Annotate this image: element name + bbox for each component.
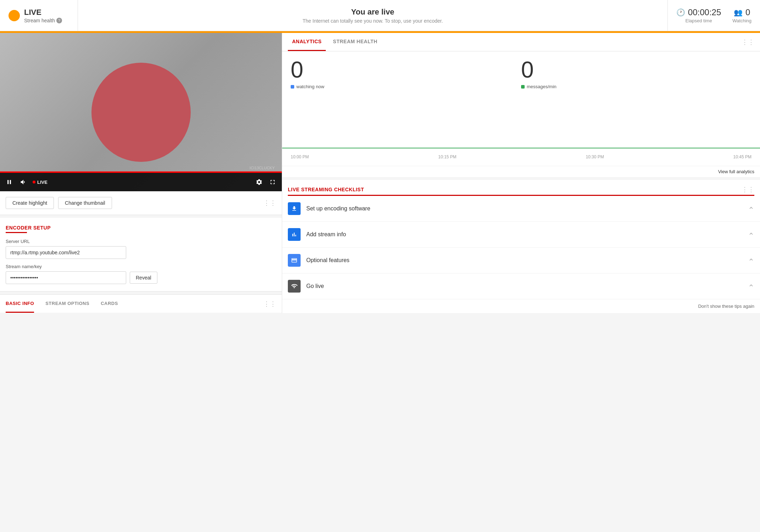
- view-full-analytics[interactable]: View full analytics: [282, 166, 760, 177]
- header-timer-section: 🕐 00:00:25 Elapsed time 👥 0 Watching: [667, 0, 760, 31]
- bottom-tabs: BASIC INFO STREAM OPTIONS CARDS ⋮⋮: [0, 294, 282, 313]
- checklist-title: LIVE STREAMING CHECKLIST: [288, 187, 364, 192]
- server-url-input[interactable]: [6, 246, 126, 259]
- stream-health-text: Stream health: [24, 18, 55, 23]
- tab-stream-options[interactable]: STREAM OPTIONS: [45, 295, 89, 313]
- volume-button[interactable]: [18, 177, 28, 187]
- metric2-legend: messages/min: [521, 84, 751, 89]
- server-url-label: Server URL: [6, 239, 276, 244]
- watching-top: 👥 0: [734, 7, 750, 17]
- optional-icon: [288, 254, 301, 267]
- x-label-2: 10:15 PM: [438, 154, 456, 159]
- watching-value: 0: [745, 7, 750, 17]
- green-legend-dot: [521, 85, 525, 89]
- video-player: ICI13CLUCKY LIVE: [0, 33, 282, 191]
- video-controls: LIVE: [0, 173, 282, 191]
- encoder-title: ENCODER SETUP: [6, 225, 276, 231]
- checklist-grid-icon: ⋮⋮: [742, 186, 754, 193]
- live-text-group: LIVE Stream health ?: [24, 8, 62, 23]
- encoder-section: ENCODER SETUP Server URL Stream name/key…: [0, 218, 282, 292]
- stream-key-input[interactable]: [6, 271, 126, 284]
- live-label: LIVE: [24, 8, 62, 17]
- fullscreen-button[interactable]: [268, 177, 278, 187]
- x-label-4: 10:45 PM: [733, 154, 751, 159]
- tab-analytics[interactable]: ANALYTICS: [288, 33, 326, 51]
- checklist-item-go-live[interactable]: Go live: [282, 273, 760, 299]
- checklist-item-stream-info[interactable]: Add stream info: [282, 222, 760, 248]
- watching-label: Watching: [732, 18, 751, 23]
- live-red-dot: [33, 181, 35, 183]
- timer-value: 00:00:25: [688, 7, 721, 17]
- reveal-button[interactable]: Reveal: [130, 272, 157, 284]
- pause-button[interactable]: [4, 177, 14, 187]
- live-badge: LIVE: [33, 180, 48, 185]
- top-header: LIVE Stream health ? You are live The In…: [0, 0, 760, 31]
- dont-show-tips[interactable]: Don't show these tips again: [282, 299, 760, 313]
- analytics-chart: 10:00 PM 10:15 PM 10:30 PM 10:45 PM: [282, 95, 760, 166]
- encoding-expand-icon[interactable]: [748, 205, 754, 213]
- live-badge-text: LIVE: [37, 180, 48, 185]
- watermark: ICI13CLUCKY: [250, 166, 275, 170]
- optional-expand-icon[interactable]: [748, 256, 754, 265]
- stream-health-label: Stream health ?: [24, 18, 62, 23]
- tab-cards[interactable]: CARDS: [101, 295, 118, 313]
- checklist-item-encoding[interactable]: Set up encoding software: [282, 196, 760, 222]
- timer-top: 🕐 00:00:25: [676, 7, 721, 17]
- checklist-label-optional: Optional features: [306, 257, 748, 264]
- metric2-value: 0: [521, 58, 751, 81]
- create-highlight-button[interactable]: Create highlight: [6, 197, 54, 209]
- go-live-icon: [288, 280, 301, 293]
- watermark-text: ICI13CLUCKY: [250, 166, 275, 170]
- stream-info-expand-icon[interactable]: [748, 231, 754, 239]
- tabs-grid-icon: ⋮⋮: [263, 300, 276, 308]
- action-buttons: Create highlight Change thumbnail ⋮⋮: [0, 191, 282, 215]
- analytics-grid-icon: ⋮⋮: [742, 38, 754, 46]
- tab-stream-health[interactable]: STREAM HEALTH: [329, 33, 381, 51]
- checklist-label-stream-info: Add stream info: [306, 231, 748, 238]
- main-layout: ICI13CLUCKY LIVE: [0, 33, 760, 313]
- tab-basic-info[interactable]: BASIC INFO: [6, 295, 34, 313]
- action-grid-icon: ⋮⋮: [263, 199, 276, 207]
- timer-block: 🕐 00:00:25 Elapsed time: [676, 7, 721, 23]
- metric-watching: 0 watching now: [291, 58, 521, 89]
- people-icon: 👥: [734, 8, 743, 17]
- chart-svg: [282, 95, 760, 152]
- stream-key-label: Stream name/key: [6, 264, 276, 269]
- chart-x-labels: 10:00 PM 10:15 PM 10:30 PM 10:45 PM: [282, 153, 760, 161]
- checklist-label-encoding: Set up encoding software: [306, 205, 748, 212]
- checklist-item-optional[interactable]: Optional features: [282, 248, 760, 273]
- stream-info-icon: [288, 228, 301, 241]
- video-thumbnail: ICI13CLUCKY: [0, 33, 282, 191]
- go-live-expand-icon[interactable]: [748, 282, 754, 290]
- header-center: You are live The Internet can totally se…: [78, 7, 667, 24]
- change-thumbnail-button[interactable]: Change thumbnail: [58, 197, 112, 209]
- you-are-live-title: You are live: [351, 7, 394, 17]
- metric2-legend-text: messages/min: [527, 84, 557, 89]
- analytics-section: ANALYTICS STREAM HEALTH ⋮⋮ 0 watching no…: [282, 33, 760, 177]
- live-section: LIVE Stream health ?: [0, 0, 78, 31]
- checklist-header: LIVE STREAMING CHECKLIST ⋮⋮: [282, 180, 760, 193]
- left-panel: ICI13CLUCKY LIVE: [0, 33, 282, 313]
- x-label-1: 10:00 PM: [291, 154, 309, 159]
- help-icon[interactable]: ?: [56, 18, 62, 23]
- encoding-icon: [288, 202, 301, 215]
- metric1-value: 0: [291, 58, 521, 81]
- blue-legend-dot: [291, 85, 294, 89]
- live-dot: [9, 10, 20, 21]
- x-label-3: 10:30 PM: [586, 154, 604, 159]
- metric1-legend-text: watching now: [296, 84, 324, 89]
- metric1-legend: watching now: [291, 84, 521, 89]
- settings-button[interactable]: [254, 177, 264, 187]
- metric-messages: 0 messages/min: [521, 58, 751, 89]
- analytics-tabs: ANALYTICS STREAM HEALTH ⋮⋮: [282, 33, 760, 51]
- header-subtitle: The Internet can totally see you now. To…: [302, 18, 443, 24]
- flag-circle: [91, 63, 191, 162]
- checklist-section: LIVE STREAMING CHECKLIST ⋮⋮ Set up encod…: [282, 180, 760, 313]
- analytics-numbers: 0 watching now 0 messages/min: [282, 51, 760, 92]
- watching-block: 👥 0 Watching: [732, 7, 751, 23]
- clock-icon: 🕐: [676, 8, 685, 17]
- elapsed-label: Elapsed time: [685, 18, 712, 23]
- controls-right: [254, 177, 278, 187]
- right-panel: ANALYTICS STREAM HEALTH ⋮⋮ 0 watching no…: [282, 33, 760, 313]
- encoder-underline: [6, 232, 27, 233]
